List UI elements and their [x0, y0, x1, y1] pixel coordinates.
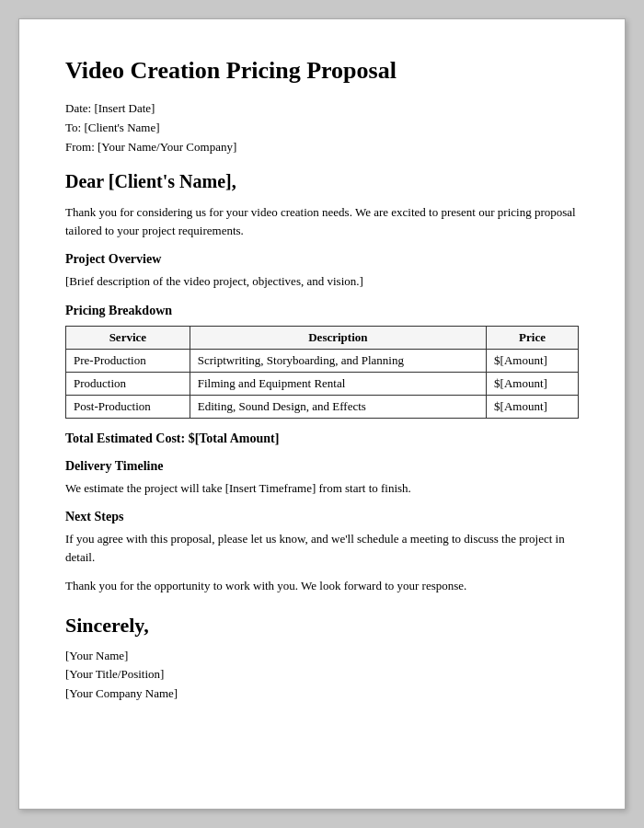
- project-overview-heading: Project Overview: [65, 252, 579, 267]
- pricing-table: Service Description Price Pre-Production…: [65, 326, 579, 419]
- next-steps-text2: Thank you for the opportunity to work wi…: [65, 577, 579, 595]
- service-cell-3: Post-Production: [66, 395, 190, 418]
- service-cell-2: Production: [66, 372, 190, 395]
- table-header-row: Service Description Price: [66, 326, 579, 349]
- total-cost: Total Estimated Cost: $[Total Amount]: [65, 431, 579, 446]
- price-cell-1: $[Amount]: [487, 349, 579, 372]
- description-cell-3: Editing, Sound Design, and Effects: [190, 395, 486, 418]
- service-cell-1: Pre-Production: [66, 349, 190, 372]
- table-row: Production Filming and Equipment Rental …: [66, 372, 579, 395]
- signature-name: [Your Name]: [65, 647, 579, 666]
- project-overview-description: [Brief description of the video project,…: [65, 272, 579, 291]
- description-cell-2: Filming and Equipment Rental: [190, 372, 486, 395]
- salutation: Dear [Client's Name],: [65, 171, 579, 192]
- col-header-description: Description: [190, 326, 486, 349]
- next-steps-heading: Next Steps: [65, 510, 579, 524]
- price-cell-3: $[Amount]: [487, 395, 579, 418]
- col-header-service: Service: [66, 326, 190, 349]
- delivery-timeline-text: We estimate the project will take [Inser…: [65, 479, 579, 498]
- from-line: From: [Your Name/Your Company]: [65, 140, 579, 155]
- table-row: Post-Production Editing, Sound Design, a…: [66, 395, 579, 418]
- closing-sincerely: Sincerely,: [65, 614, 579, 638]
- document-title: Video Creation Pricing Proposal: [65, 56, 579, 85]
- description-cell-1: Scriptwriting, Storyboarding, and Planni…: [190, 349, 486, 372]
- pricing-breakdown-heading: Pricing Breakdown: [65, 304, 579, 318]
- signature-company: [Your Company Name]: [65, 684, 579, 704]
- intro-text: Thank you for considering us for your vi…: [65, 203, 579, 239]
- next-steps-text1: If you agree with this proposal, please …: [65, 530, 579, 566]
- date-line: Date: [Insert Date]: [65, 101, 579, 116]
- col-header-price: Price: [487, 326, 579, 349]
- document-page: Video Creation Pricing Proposal Date: [I…: [18, 18, 626, 810]
- to-line: To: [Client's Name]: [65, 121, 579, 135]
- price-cell-2: $[Amount]: [487, 372, 579, 395]
- table-row: Pre-Production Scriptwriting, Storyboard…: [66, 349, 579, 372]
- signature-block: [Your Name] [Your Title/Position] [Your …: [65, 647, 579, 704]
- delivery-timeline-heading: Delivery Timeline: [65, 459, 579, 474]
- signature-title: [Your Title/Position]: [65, 665, 579, 684]
